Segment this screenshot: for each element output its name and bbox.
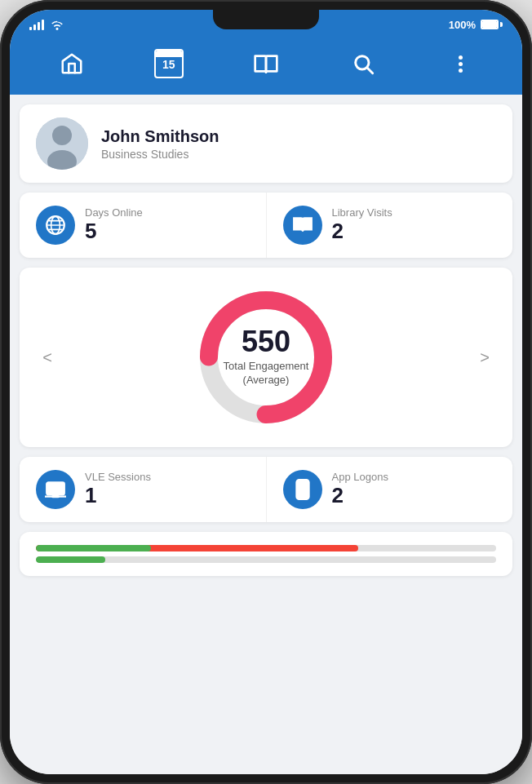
home-icon xyxy=(60,51,84,76)
svg-line-1 xyxy=(367,68,372,73)
battery-percent: 100% xyxy=(449,19,476,31)
nav-library-button[interactable] xyxy=(248,46,284,82)
vle-sessions-text: VLE Sessions 1 xyxy=(85,471,151,508)
prev-arrow-button[interactable]: < xyxy=(33,343,62,372)
svg-point-16 xyxy=(301,494,304,497)
app-logons-label: App Logons xyxy=(332,471,388,483)
profile-subject: Business Studies xyxy=(101,148,219,161)
svg-point-3 xyxy=(52,126,72,145)
book-icon-circle xyxy=(283,206,322,245)
search-icon xyxy=(352,52,375,75)
profile-info: John Smithson Business Studies xyxy=(101,127,219,161)
donut-container: 550 Total Engagement (Average) xyxy=(62,284,470,431)
calendar-icon: 15 xyxy=(154,49,184,78)
progress-bar-1 xyxy=(36,545,496,551)
app-logons-text: App Logons 2 xyxy=(332,471,388,508)
globe-icon xyxy=(45,215,66,236)
donut-center: 550 Total Engagement (Average) xyxy=(224,327,309,388)
book-icon xyxy=(253,52,279,75)
next-arrow-button[interactable]: > xyxy=(470,343,499,372)
nav-calendar-button[interactable]: 15 xyxy=(151,46,187,82)
avatar xyxy=(36,117,88,170)
vle-sessions-value: 1 xyxy=(85,483,151,508)
phone-frame: 100% 15 xyxy=(0,0,532,784)
mobile-icon xyxy=(292,479,313,500)
days-online-value: 5 xyxy=(85,219,143,244)
app-logons-stat: App Logons 2 xyxy=(267,457,513,522)
battery-icon xyxy=(481,20,503,29)
phone-inner: 100% 15 xyxy=(10,10,522,774)
nav-search-button[interactable] xyxy=(345,46,381,82)
days-online-text: Days Online 5 xyxy=(85,206,143,244)
nav-more-button[interactable] xyxy=(442,46,478,82)
library-visits-value: 2 xyxy=(332,219,392,244)
wifi-icon xyxy=(51,20,64,30)
vle-sessions-stat: VLE Sessions 1 xyxy=(20,457,267,522)
days-online-stat: Days Online 5 xyxy=(20,193,267,258)
engagement-card: < 550 Total Engagement (Average xyxy=(20,268,512,447)
globe-icon-circle xyxy=(36,206,75,245)
signal-bars-icon xyxy=(29,19,44,30)
svg-rect-12 xyxy=(47,482,64,494)
vle-sessions-label: VLE Sessions xyxy=(85,471,151,483)
engagement-label: Total Engagement (Average) xyxy=(224,360,309,388)
nav-bar: 15 xyxy=(10,36,522,95)
engagement-value: 550 xyxy=(224,327,309,357)
library-visits-label: Library Visits xyxy=(332,206,392,219)
profile-name: John Smithson xyxy=(101,127,219,146)
phone-notch xyxy=(213,10,319,29)
content-area: John Smithson Business Studies xyxy=(10,95,522,774)
progress-card xyxy=(20,532,512,576)
days-online-label: Days Online xyxy=(85,206,143,219)
bottom-stats-row: VLE Sessions 1 App Logons 2 xyxy=(20,457,512,522)
stats-row: Days Online 5 Library Visits 2 xyxy=(20,193,512,258)
laptop-icon xyxy=(45,479,66,500)
progress-fill-green xyxy=(36,545,151,551)
avatar-image xyxy=(36,117,88,170)
progress-bar-2 xyxy=(36,556,496,563)
laptop-icon-circle xyxy=(36,470,75,509)
library-visits-stat: Library Visits 2 xyxy=(267,193,513,258)
nav-home-button[interactable] xyxy=(54,46,90,82)
phone-icon-circle xyxy=(283,470,322,509)
status-left xyxy=(29,19,64,30)
calendar-date: 15 xyxy=(162,58,175,71)
app-logons-value: 2 xyxy=(332,483,388,508)
profile-card: John Smithson Business Studies xyxy=(20,104,512,183)
progress-bar-row xyxy=(36,545,496,563)
library-visits-text: Library Visits 2 xyxy=(332,206,392,244)
status-right: 100% xyxy=(449,19,503,31)
progress-fill-green2 xyxy=(36,556,105,563)
library-book-icon xyxy=(292,215,313,236)
more-dots-icon xyxy=(459,55,463,73)
